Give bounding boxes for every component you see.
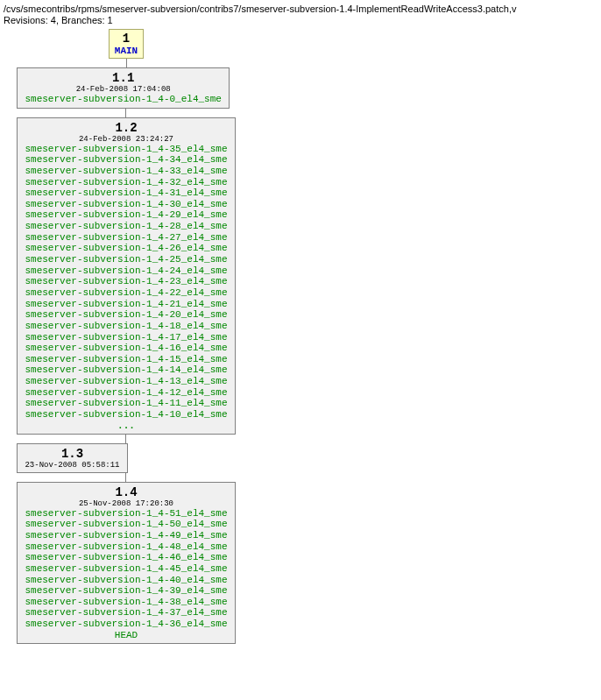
revision-tag: smeserver-subversion-1_4-32_el4_sme — [25, 177, 227, 188]
revision-tag: smeserver-subversion-1_4-28_el4_sme — [25, 221, 227, 232]
connector-line — [125, 435, 126, 443]
revision-tag: smeserver-subversion-1_4-45_el4_sme — [25, 563, 227, 575]
revision-tag: smeserver-subversion-1_4-37_el4_sme — [25, 607, 227, 619]
revision-tag: smeserver-subversion-1_4-36_el4_sme — [25, 619, 227, 630]
revision-version: 1.1 — [25, 71, 221, 85]
revision-tag: smeserver-subversion-1_4-46_el4_sme — [25, 552, 227, 563]
revision-tag: smeserver-subversion-1_4-10_el4_sme — [25, 409, 227, 421]
revision-tag: smeserver-subversion-1_4-21_el4_sme — [25, 299, 227, 310]
revision-tag: smeserver-subversion-1_4-16_el4_sme — [25, 343, 227, 354]
file-path: /cvs/smecontribs/rpms/smeserver-subversi… — [4, 4, 597, 14]
revision-version: 1.2 — [25, 121, 227, 135]
revision-tag: smeserver-subversion-1_4-12_el4_sme — [25, 387, 227, 399]
connector-line — [126, 59, 127, 67]
revision-tag: smeserver-subversion-1_4-34_el4_sme — [25, 154, 227, 166]
revision-tag: smeserver-subversion-1_4-22_el4_sme — [25, 287, 227, 299]
revision-node[interactable]: 1.323-Nov-2008 05:58:11 — [17, 443, 127, 473]
revision-date: 24-Feb-2008 17:04:08 — [25, 85, 221, 94]
head-label: HEAD — [25, 630, 227, 641]
revision-tag: smeserver-subversion-1_4-38_el4_sme — [25, 597, 227, 608]
revision-tag: smeserver-subversion-1_4-51_el4_sme — [25, 508, 227, 520]
revision-date: 25-Nov-2008 17:20:30 — [25, 499, 227, 508]
revision-node[interactable]: 1.425-Nov-2008 17:20:30smeserver-subvers… — [17, 482, 235, 645]
connector-line — [125, 473, 126, 482]
main-version: 1 — [115, 32, 138, 46]
revision-tag: smeserver-subversion-1_4-14_el4_sme — [25, 364, 227, 376]
revision-tag: smeserver-subversion-1_4-23_el4_sme — [25, 276, 227, 287]
revision-tag: smeserver-subversion-1_4-30_el4_sme — [25, 199, 227, 210]
revision-tag: smeserver-subversion-1_4-33_el4_sme — [25, 166, 227, 177]
revision-tag: smeserver-subversion-1_4-0_el4_sme — [25, 94, 221, 105]
revision-tag: smeserver-subversion-1_4-40_el4_sme — [25, 575, 227, 586]
revision-tag: smeserver-subversion-1_4-29_el4_sme — [25, 209, 227, 221]
revision-tag: smeserver-subversion-1_4-17_el4_sme — [25, 332, 227, 343]
ellipsis: ... — [25, 421, 227, 431]
revision-tag: smeserver-subversion-1_4-50_el4_sme — [25, 519, 227, 530]
revision-tag: smeserver-subversion-1_4-26_el4_sme — [25, 243, 227, 254]
revision-tag: smeserver-subversion-1_4-11_el4_sme — [25, 398, 227, 409]
revision-tag: smeserver-subversion-1_4-35_el4_sme — [25, 144, 227, 155]
revision-tag: smeserver-subversion-1_4-25_el4_sme — [25, 254, 227, 265]
revision-version: 1.4 — [25, 485, 227, 499]
revision-tag: smeserver-subversion-1_4-27_el4_sme — [25, 232, 227, 244]
revision-info: Revisions: 4, Branches: 1 — [4, 15, 597, 25]
revision-date: 23-Nov-2008 05:58:11 — [25, 461, 119, 470]
revision-version: 1.3 — [25, 447, 119, 461]
revision-date: 24-Feb-2008 23:24:27 — [25, 135, 227, 144]
main-label: MAIN — [115, 46, 138, 56]
connector-line — [125, 109, 126, 117]
revision-tag: smeserver-subversion-1_4-24_el4_sme — [25, 265, 227, 277]
revision-tag: smeserver-subversion-1_4-48_el4_sme — [25, 541, 227, 553]
revision-tag: smeserver-subversion-1_4-39_el4_sme — [25, 585, 227, 597]
main-branch-node[interactable]: 1 MAIN — [109, 29, 144, 59]
revision-tag: smeserver-subversion-1_4-31_el4_sme — [25, 187, 227, 199]
revision-node[interactable]: 1.124-Feb-2008 17:04:08smeserver-subvers… — [17, 67, 229, 109]
revision-tag: smeserver-subversion-1_4-15_el4_sme — [25, 354, 227, 365]
revision-tag: smeserver-subversion-1_4-49_el4_sme — [25, 530, 227, 541]
revision-tag: smeserver-subversion-1_4-18_el4_sme — [25, 321, 227, 332]
revision-node[interactable]: 1.224-Feb-2008 23:24:27smeserver-subvers… — [17, 117, 235, 435]
revision-tag: smeserver-subversion-1_4-13_el4_sme — [25, 376, 227, 387]
revision-graph: 1 MAIN 1.124-Feb-2008 17:04:08smeserver-… — [4, 29, 597, 644]
revision-tag: smeserver-subversion-1_4-20_el4_sme — [25, 309, 227, 321]
